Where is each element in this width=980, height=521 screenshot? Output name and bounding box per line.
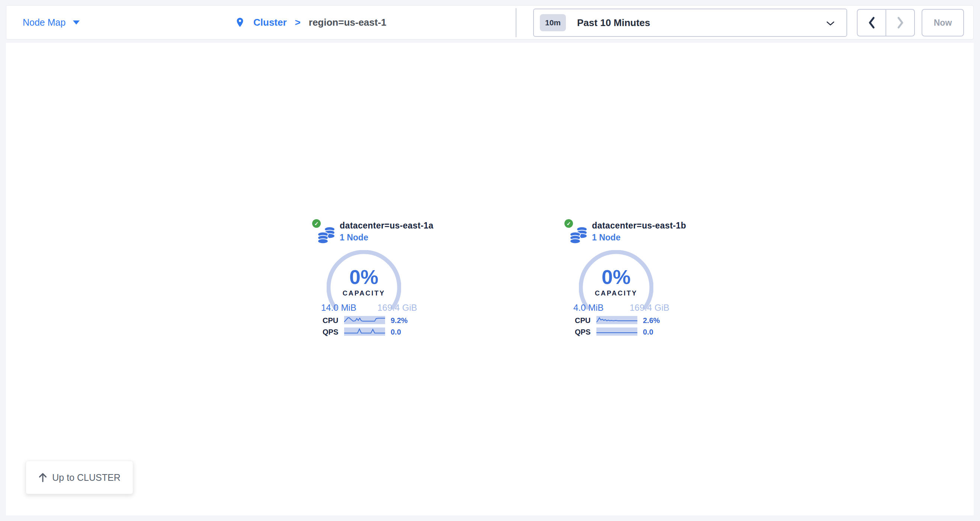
chevron-right-icon [896,16,905,29]
database-stack-icon [570,226,588,245]
metric-value: 9.2% [391,316,408,325]
metric-label: CPU [323,316,341,325]
capacity-range: 14.0 MiB 169.4 GiB [321,303,417,313]
capacity-total: 169.4 GiB [377,303,417,313]
up-to-cluster-button[interactable]: Up to CLUSTER [25,461,133,494]
metric-value: 0.0 [391,328,401,336]
healthy-check-icon: ✓ [565,219,573,228]
up-to-cluster-label: Up to CLUSTER [52,472,120,483]
metric-row-qps: QPS 0.0 [565,328,684,336]
node-map-canvas [6,43,974,515]
metric-row-qps: QPS 0.0 [312,328,431,336]
qps-sparkline [597,328,637,336]
breadcrumb: Cluster > region=us-east-1 [235,6,387,39]
locality-card-us-east-1b[interactable]: ✓ datacenter=us-east-1b 1 Node 0% CAPACI… [565,219,687,347]
capacity-label: CAPACITY [327,290,401,297]
time-range-badge: 10m [540,14,566,31]
time-range-label: Past 10 Minutes [577,17,651,29]
capacity-label: CAPACITY [579,290,653,297]
time-prev-button[interactable] [858,10,886,36]
capacity-percent: 0% [579,265,653,288]
metric-label: QPS [575,328,593,336]
capacity-used: 4.0 MiB [573,303,603,313]
metric-label: QPS [323,328,341,336]
breadcrumb-cluster-link[interactable]: Cluster [253,17,287,28]
locality-node-count: 1 Node [592,233,620,243]
view-selector-label: Node Map [23,17,65,28]
locality-card-us-east-1a[interactable]: ✓ datacenter=us-east-1a 1 Node 0% CAPACI… [312,219,435,347]
metric-row-cpu: CPU 9.2% [312,316,431,325]
time-next-button[interactable] [886,10,914,36]
time-pager [857,9,915,37]
locality-node-count: 1 Node [340,233,368,243]
capacity-percent: 0% [327,265,401,288]
locality-title: datacenter=us-east-1a [340,221,433,231]
metric-row-cpu: CPU 2.6% [565,316,684,325]
capacity-total: 169.4 GiB [630,303,669,313]
cpu-sparkline [597,316,637,324]
metric-value: 2.6% [643,316,660,325]
cpu-sparkline [344,316,385,324]
database-stack-icon [317,226,336,245]
metric-label: CPU [575,316,593,325]
breadcrumb-separator: > [295,17,301,28]
time-range-dropdown[interactable]: 10m Past 10 Minutes [533,8,847,37]
view-selector-dropdown[interactable]: Node Map [23,6,80,39]
now-button[interactable]: Now [921,9,964,37]
breadcrumb-current: region=us-east-1 [309,17,387,28]
header-divider [515,8,516,37]
qps-sparkline [344,328,385,336]
metric-value: 0.0 [643,328,653,336]
healthy-check-icon: ✓ [312,219,321,228]
capacity-range: 4.0 MiB 169.4 GiB [573,303,669,313]
capacity-used: 14.0 MiB [321,303,356,313]
map-pin-icon [235,15,245,29]
chevron-down-icon [826,21,835,26]
locality-title: datacenter=us-east-1b [592,221,686,231]
chevron-left-icon [867,16,876,29]
caret-down-icon [73,21,80,25]
header-bar: Node Map Cluster > region=us-east-1 10m … [6,5,974,40]
arrow-up-icon [38,472,47,483]
node-map-page: Node Map Cluster > region=us-east-1 10m … [0,0,980,521]
